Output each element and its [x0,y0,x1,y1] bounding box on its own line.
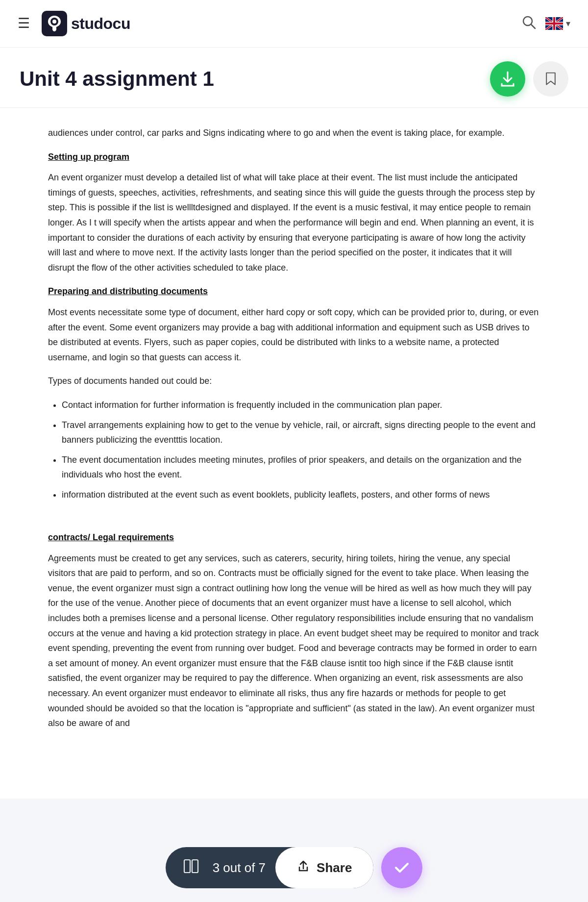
section1-body: An event organizer must develop a detail… [48,170,540,275]
bullet-list: Contact information for further informat… [62,398,540,502]
section2-body: Most events necessitate some type of doc… [48,305,540,365]
section1-heading: Setting up program [48,150,540,165]
language-chevron-icon: ▾ [566,18,570,29]
svg-line-4 [531,25,535,28]
svg-point-2 [52,20,56,24]
document-title-area: Unit 4 assignment 1 [0,48,588,108]
header-left: ☰ studocu [18,11,130,36]
section3-heading: contracts/ Legal requirements [48,530,540,545]
list-item: Contact information for further informat… [62,398,540,413]
svg-rect-6 [184,860,190,873]
uk-flag-icon [545,17,563,30]
bottom-pill: 3 out of 7 Share [166,847,374,888]
checkmark-icon [392,858,412,877]
section2-heading: Preparing and distributing documents [48,284,540,299]
share-button[interactable]: Share [275,847,373,888]
studocu-logo-icon [42,11,67,36]
download-button[interactable] [490,61,525,97]
bookmark-button[interactable] [533,61,568,97]
logo-text: studocu [71,15,130,33]
list-item: The event documentation includes meeting… [62,452,540,482]
page-count: 3 out of 7 [213,860,266,876]
language-selector[interactable]: ▾ [545,17,570,30]
document-actions [490,61,568,97]
page-layout-icon[interactable] [183,858,199,877]
bookmark-icon [543,72,558,86]
content-wrapper: audiences under control, car parks and S… [0,108,588,799]
intro-paragraph: audiences under control, car parks and S… [48,125,540,141]
logo[interactable]: studocu [42,11,130,36]
types-intro: Types of documents handed out could be: [48,374,540,389]
document-title: Unit 4 assignment 1 [20,67,214,91]
hamburger-icon[interactable]: ☰ [18,17,30,30]
search-icon[interactable] [521,14,537,33]
list-item: information distributed at the event suc… [62,487,540,502]
header: ☰ studocu [0,0,588,48]
bottom-bar: 3 out of 7 Share [0,833,588,902]
header-right: ▾ [521,14,570,33]
document-content: audiences under control, car parks and S… [24,108,564,799]
share-label: Share [317,860,352,876]
download-icon [499,71,516,87]
share-icon [297,860,310,876]
svg-rect-7 [192,860,198,873]
verified-button[interactable] [381,847,422,888]
list-item: Travel arrangements explaining how to ge… [62,418,540,448]
section3-body: Agreements must be created to get any se… [48,551,540,731]
